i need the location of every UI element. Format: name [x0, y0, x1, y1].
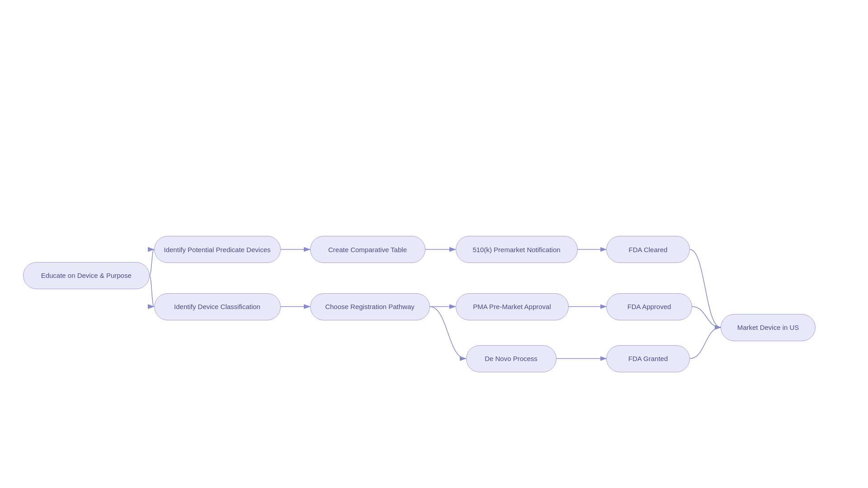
node-fda-granted[interactable]: FDA Granted — [606, 345, 690, 372]
node-market-device[interactable]: Market Device in US — [721, 314, 816, 341]
node-fda-approved[interactable]: FDA Approved — [606, 293, 692, 320]
node-identify-predicate[interactable]: Identify Potential Predicate Devices — [154, 236, 281, 263]
node-educate[interactable]: Educate on Device & Purpose — [23, 262, 150, 289]
node-de-novo[interactable]: De Novo Process — [466, 345, 557, 372]
node-premarket-510k[interactable]: 510(k) Premarket Notification — [456, 236, 578, 263]
flowchart-canvas: Educate on Device & PurposeIdentify Pote… — [0, 0, 868, 488]
node-identify-classification[interactable]: Identify Device Classification — [154, 293, 281, 320]
connections-svg — [0, 0, 868, 488]
node-create-comparative[interactable]: Create Comparative Table — [310, 236, 425, 263]
node-pma[interactable]: PMA Pre-Market Approval — [456, 293, 569, 320]
node-choose-registration[interactable]: Choose Registration Pathway — [310, 293, 430, 320]
node-fda-cleared[interactable]: FDA Cleared — [606, 236, 690, 263]
